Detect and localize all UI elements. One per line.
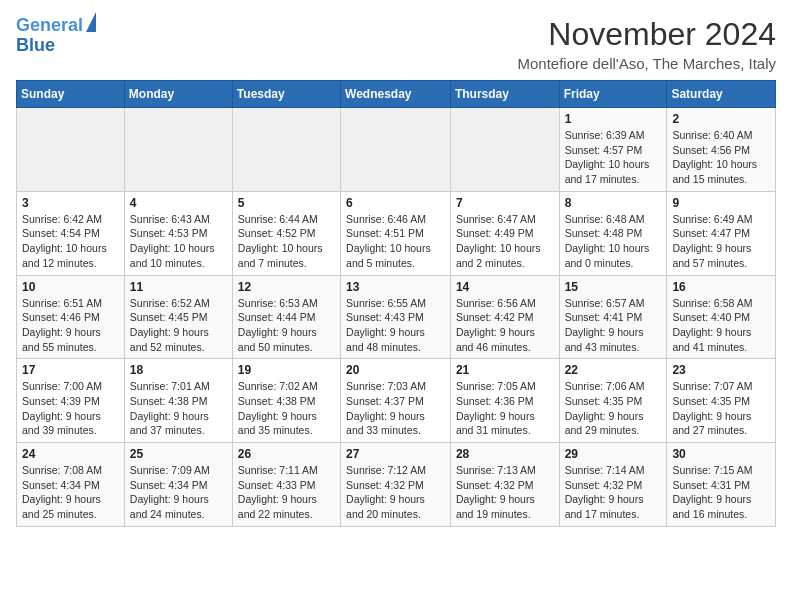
day-number: 23 <box>672 363 770 377</box>
calendar-cell: 4Sunrise: 6:43 AM Sunset: 4:53 PM Daylig… <box>124 191 232 275</box>
logo-text-line1: General <box>16 16 83 36</box>
day-info: Sunrise: 7:14 AM Sunset: 4:32 PM Dayligh… <box>565 463 662 522</box>
calendar-cell: 12Sunrise: 6:53 AM Sunset: 4:44 PM Dayli… <box>232 275 340 359</box>
calendar-cell: 30Sunrise: 7:15 AM Sunset: 4:31 PM Dayli… <box>667 443 776 527</box>
day-number: 12 <box>238 280 335 294</box>
calendar-week-row: 3Sunrise: 6:42 AM Sunset: 4:54 PM Daylig… <box>17 191 776 275</box>
calendar-header-row: SundayMondayTuesdayWednesdayThursdayFrid… <box>17 81 776 108</box>
day-number: 15 <box>565 280 662 294</box>
day-number: 4 <box>130 196 227 210</box>
day-number: 29 <box>565 447 662 461</box>
calendar-cell: 14Sunrise: 6:56 AM Sunset: 4:42 PM Dayli… <box>450 275 559 359</box>
day-number: 19 <box>238 363 335 377</box>
day-info: Sunrise: 6:57 AM Sunset: 4:41 PM Dayligh… <box>565 296 662 355</box>
day-number: 11 <box>130 280 227 294</box>
calendar-cell: 11Sunrise: 6:52 AM Sunset: 4:45 PM Dayli… <box>124 275 232 359</box>
calendar-cell: 23Sunrise: 7:07 AM Sunset: 4:35 PM Dayli… <box>667 359 776 443</box>
day-number: 16 <box>672 280 770 294</box>
day-info: Sunrise: 6:51 AM Sunset: 4:46 PM Dayligh… <box>22 296 119 355</box>
calendar-cell: 24Sunrise: 7:08 AM Sunset: 4:34 PM Dayli… <box>17 443 125 527</box>
day-info: Sunrise: 7:06 AM Sunset: 4:35 PM Dayligh… <box>565 379 662 438</box>
page-header: General Blue November 2024 Montefiore de… <box>16 16 776 72</box>
calendar-cell: 6Sunrise: 6:46 AM Sunset: 4:51 PM Daylig… <box>341 191 451 275</box>
calendar-cell <box>341 108 451 192</box>
day-number: 8 <box>565 196 662 210</box>
day-number: 21 <box>456 363 554 377</box>
calendar-cell <box>124 108 232 192</box>
day-info: Sunrise: 6:56 AM Sunset: 4:42 PM Dayligh… <box>456 296 554 355</box>
day-number: 18 <box>130 363 227 377</box>
calendar-cell: 5Sunrise: 6:44 AM Sunset: 4:52 PM Daylig… <box>232 191 340 275</box>
calendar-cell: 21Sunrise: 7:05 AM Sunset: 4:36 PM Dayli… <box>450 359 559 443</box>
day-number: 1 <box>565 112 662 126</box>
day-info: Sunrise: 6:49 AM Sunset: 4:47 PM Dayligh… <box>672 212 770 271</box>
calendar-week-row: 10Sunrise: 6:51 AM Sunset: 4:46 PM Dayli… <box>17 275 776 359</box>
day-info: Sunrise: 7:00 AM Sunset: 4:39 PM Dayligh… <box>22 379 119 438</box>
day-info: Sunrise: 6:43 AM Sunset: 4:53 PM Dayligh… <box>130 212 227 271</box>
day-info: Sunrise: 7:08 AM Sunset: 4:34 PM Dayligh… <box>22 463 119 522</box>
header-friday: Friday <box>559 81 667 108</box>
calendar-cell: 19Sunrise: 7:02 AM Sunset: 4:38 PM Dayli… <box>232 359 340 443</box>
day-number: 10 <box>22 280 119 294</box>
day-info: Sunrise: 7:02 AM Sunset: 4:38 PM Dayligh… <box>238 379 335 438</box>
calendar-cell <box>450 108 559 192</box>
calendar-week-row: 1Sunrise: 6:39 AM Sunset: 4:57 PM Daylig… <box>17 108 776 192</box>
day-number: 30 <box>672 447 770 461</box>
day-info: Sunrise: 7:11 AM Sunset: 4:33 PM Dayligh… <box>238 463 335 522</box>
day-number: 13 <box>346 280 445 294</box>
calendar-cell: 7Sunrise: 6:47 AM Sunset: 4:49 PM Daylig… <box>450 191 559 275</box>
calendar-cell: 1Sunrise: 6:39 AM Sunset: 4:57 PM Daylig… <box>559 108 667 192</box>
header-wednesday: Wednesday <box>341 81 451 108</box>
day-info: Sunrise: 6:58 AM Sunset: 4:40 PM Dayligh… <box>672 296 770 355</box>
calendar-cell: 16Sunrise: 6:58 AM Sunset: 4:40 PM Dayli… <box>667 275 776 359</box>
day-info: Sunrise: 7:05 AM Sunset: 4:36 PM Dayligh… <box>456 379 554 438</box>
calendar-cell: 27Sunrise: 7:12 AM Sunset: 4:32 PM Dayli… <box>341 443 451 527</box>
location-title: Montefiore dell'Aso, The Marches, Italy <box>517 55 776 72</box>
calendar-cell: 2Sunrise: 6:40 AM Sunset: 4:56 PM Daylig… <box>667 108 776 192</box>
calendar-cell: 10Sunrise: 6:51 AM Sunset: 4:46 PM Dayli… <box>17 275 125 359</box>
day-info: Sunrise: 7:01 AM Sunset: 4:38 PM Dayligh… <box>130 379 227 438</box>
day-number: 14 <box>456 280 554 294</box>
title-area: November 2024 Montefiore dell'Aso, The M… <box>517 16 776 72</box>
day-number: 3 <box>22 196 119 210</box>
day-number: 5 <box>238 196 335 210</box>
calendar-table: SundayMondayTuesdayWednesdayThursdayFrid… <box>16 80 776 527</box>
calendar-cell: 8Sunrise: 6:48 AM Sunset: 4:48 PM Daylig… <box>559 191 667 275</box>
calendar-cell: 29Sunrise: 7:14 AM Sunset: 4:32 PM Dayli… <box>559 443 667 527</box>
header-saturday: Saturday <box>667 81 776 108</box>
header-thursday: Thursday <box>450 81 559 108</box>
calendar-cell: 17Sunrise: 7:00 AM Sunset: 4:39 PM Dayli… <box>17 359 125 443</box>
day-number: 22 <box>565 363 662 377</box>
header-tuesday: Tuesday <box>232 81 340 108</box>
calendar-cell <box>17 108 125 192</box>
day-info: Sunrise: 6:46 AM Sunset: 4:51 PM Dayligh… <box>346 212 445 271</box>
day-info: Sunrise: 6:48 AM Sunset: 4:48 PM Dayligh… <box>565 212 662 271</box>
day-number: 28 <box>456 447 554 461</box>
day-info: Sunrise: 7:03 AM Sunset: 4:37 PM Dayligh… <box>346 379 445 438</box>
day-info: Sunrise: 7:07 AM Sunset: 4:35 PM Dayligh… <box>672 379 770 438</box>
day-info: Sunrise: 7:13 AM Sunset: 4:32 PM Dayligh… <box>456 463 554 522</box>
day-number: 2 <box>672 112 770 126</box>
day-info: Sunrise: 7:09 AM Sunset: 4:34 PM Dayligh… <box>130 463 227 522</box>
calendar-cell: 13Sunrise: 6:55 AM Sunset: 4:43 PM Dayli… <box>341 275 451 359</box>
day-info: Sunrise: 6:44 AM Sunset: 4:52 PM Dayligh… <box>238 212 335 271</box>
day-number: 24 <box>22 447 119 461</box>
calendar-cell: 25Sunrise: 7:09 AM Sunset: 4:34 PM Dayli… <box>124 443 232 527</box>
day-number: 25 <box>130 447 227 461</box>
header-monday: Monday <box>124 81 232 108</box>
day-info: Sunrise: 6:42 AM Sunset: 4:54 PM Dayligh… <box>22 212 119 271</box>
day-info: Sunrise: 6:53 AM Sunset: 4:44 PM Dayligh… <box>238 296 335 355</box>
day-info: Sunrise: 6:40 AM Sunset: 4:56 PM Dayligh… <box>672 128 770 187</box>
calendar-cell <box>232 108 340 192</box>
logo-text-line2: Blue <box>16 36 55 56</box>
day-number: 17 <box>22 363 119 377</box>
day-info: Sunrise: 7:15 AM Sunset: 4:31 PM Dayligh… <box>672 463 770 522</box>
calendar-week-row: 24Sunrise: 7:08 AM Sunset: 4:34 PM Dayli… <box>17 443 776 527</box>
calendar-cell: 15Sunrise: 6:57 AM Sunset: 4:41 PM Dayli… <box>559 275 667 359</box>
calendar-cell: 20Sunrise: 7:03 AM Sunset: 4:37 PM Dayli… <box>341 359 451 443</box>
day-number: 9 <box>672 196 770 210</box>
day-number: 7 <box>456 196 554 210</box>
calendar-cell: 3Sunrise: 6:42 AM Sunset: 4:54 PM Daylig… <box>17 191 125 275</box>
day-number: 20 <box>346 363 445 377</box>
calendar-cell: 28Sunrise: 7:13 AM Sunset: 4:32 PM Dayli… <box>450 443 559 527</box>
